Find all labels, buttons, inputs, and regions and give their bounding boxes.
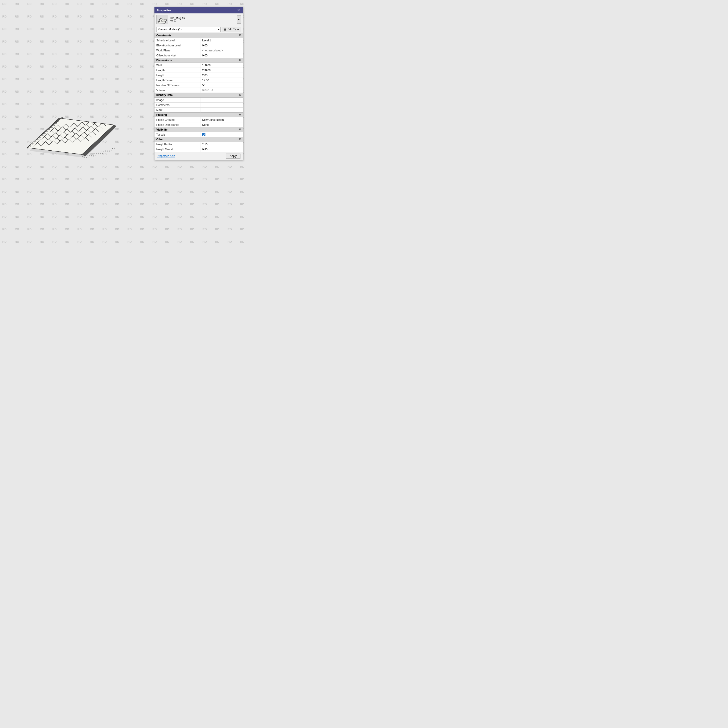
- table-row: Schedule LevelLevel 1: [154, 38, 243, 43]
- panel-footer: Properties help Apply: [154, 152, 243, 160]
- prop-label-offset-from-host: Offset from Host: [154, 53, 200, 58]
- tassels-checkbox[interactable]: [202, 133, 205, 136]
- panel-title: Properties: [157, 9, 171, 12]
- prop-value-work-plane: <not associated>: [200, 48, 239, 53]
- svg-line-34: [105, 150, 106, 153]
- table-row: Height Tassel0.80: [154, 147, 243, 152]
- prop-value-schedule-level[interactable]: Level 1: [200, 38, 239, 43]
- prop-row-button: [239, 83, 243, 88]
- canvas-area: [0, 0, 136, 248]
- prop-value-offset-from-host: 0.00: [200, 53, 239, 58]
- edit-type-icon: ⊞: [224, 28, 226, 31]
- table-row: Width150.00: [154, 63, 243, 68]
- prop-label-schedule-level: Schedule Level: [154, 38, 200, 43]
- properties-panel: Properties ✕ RD_Rug 15 White ▼: [154, 7, 243, 160]
- prop-row-button: [239, 108, 243, 113]
- table-row: Elevation from Level0.00: [154, 43, 243, 48]
- table-row: Length Tassel12.00: [154, 78, 243, 83]
- prop-row-button: [239, 88, 243, 93]
- prop-value-width: 150.00: [200, 63, 239, 68]
- type-sub: White: [170, 20, 185, 23]
- prop-row-button: [239, 98, 243, 102]
- section-header-other: Other⊞: [154, 137, 243, 142]
- prop-label-comments: Comments: [154, 102, 200, 108]
- prop-row-button: [239, 38, 243, 43]
- prop-row-button: [239, 73, 243, 78]
- prop-label-length-tassel: Length Tassel: [154, 78, 200, 83]
- svg-line-36: [109, 149, 110, 152]
- prop-row-button: [239, 102, 243, 108]
- prop-label-number-of-tassels: Number Of Tassels: [154, 83, 200, 88]
- apply-button[interactable]: Apply: [226, 154, 240, 159]
- svg-line-33: [102, 151, 104, 154]
- svg-line-29: [93, 153, 95, 156]
- prop-label-heigh-profile: Heigh Profile: [154, 142, 200, 147]
- table-row: Work Plane<not associated>: [154, 48, 243, 53]
- type-name: RD_Rug 15: [170, 17, 185, 20]
- prop-value-length: 230.00: [200, 68, 239, 73]
- prop-label-volume: Volume: [154, 88, 200, 93]
- properties-scroll-area[interactable]: Constraints⊞Schedule LevelLevel 1Elevati…: [154, 33, 243, 152]
- prop-row-button: [239, 147, 243, 152]
- prop-value-image: [200, 98, 239, 102]
- svg-line-27: [89, 154, 90, 158]
- prop-label-image: Image: [154, 98, 200, 102]
- prop-row-button: [239, 63, 243, 68]
- prop-label-phase-demolished: Phase Demolished: [154, 122, 200, 127]
- panel-header: RD_Rug 15 White ▼: [154, 14, 243, 26]
- table-row: Image: [154, 98, 243, 102]
- section-header-phasing: Phasing⊞: [154, 113, 243, 118]
- prop-row-button: [239, 132, 243, 137]
- edit-type-button[interactable]: ⊞ Edit Type: [222, 27, 241, 32]
- prop-value-elevation-from-level: 0.00: [200, 43, 239, 48]
- svg-line-32: [100, 151, 101, 155]
- properties-table: Constraints⊞Schedule LevelLevel 1Elevati…: [154, 33, 243, 152]
- prop-row-button: [239, 43, 243, 48]
- prop-value-volume: 0.070 m³: [200, 88, 239, 93]
- table-row: Length230.00: [154, 68, 243, 73]
- prop-label-work-plane: Work Plane: [154, 48, 200, 53]
- prop-row-button: [239, 142, 243, 147]
- prop-value-comments: [200, 102, 239, 108]
- section-header-identity: Identity Data⊞: [154, 93, 243, 98]
- category-row: Generic Models (1) ⊞ Edit Type: [154, 26, 243, 33]
- prop-value-length-tassel: 12.00: [200, 78, 239, 83]
- category-select[interactable]: Generic Models (1): [156, 27, 221, 32]
- prop-value-tassels[interactable]: [200, 132, 239, 137]
- type-info: RD_Rug 15 White: [170, 17, 185, 23]
- prop-row-button: [239, 78, 243, 83]
- svg-line-26: [86, 155, 87, 158]
- prop-value-phase-created: New Construction: [200, 118, 239, 122]
- prop-label-length: Length: [154, 68, 200, 73]
- svg-line-28: [91, 154, 92, 157]
- rug-illustration: [14, 87, 123, 160]
- type-thumbnail: [156, 15, 168, 24]
- table-row: Volume0.070 m³: [154, 88, 243, 93]
- type-dropdown-button[interactable]: ▼: [237, 15, 241, 24]
- prop-value-height: 2.00: [200, 73, 239, 78]
- prop-row-button: [239, 68, 243, 73]
- prop-label-mark: Mark: [154, 108, 200, 113]
- table-row: Heigh Profile2.10: [154, 142, 243, 147]
- prop-row-button: [239, 48, 243, 53]
- prop-value-heigh-profile: 2.10: [200, 142, 239, 147]
- prop-value-number-of-tassels: 50: [200, 83, 239, 88]
- table-row: Number Of Tassels50: [154, 83, 243, 88]
- prop-row-button: [239, 118, 243, 122]
- svg-line-30: [96, 153, 97, 156]
- table-row: Offset from Host0.00: [154, 53, 243, 58]
- panel-titlebar: Properties ✕: [154, 7, 243, 14]
- prop-value-height-tassel: 0.80: [200, 147, 239, 152]
- panel-close-button[interactable]: ✕: [237, 8, 240, 12]
- prop-row-button: [239, 122, 243, 127]
- prop-row-button: [239, 53, 243, 58]
- prop-label-width: Width: [154, 63, 200, 68]
- table-row: Height2.00: [154, 73, 243, 78]
- table-row: Comments: [154, 102, 243, 108]
- section-header-visibility: Visibility⊞: [154, 127, 243, 132]
- prop-label-height-tassel: Height Tassel: [154, 147, 200, 152]
- table-row: Tassels: [154, 132, 243, 137]
- properties-help-link[interactable]: Properties help: [157, 154, 175, 158]
- svg-line-38: [114, 147, 115, 150]
- prop-label-phase-created: Phase Created: [154, 118, 200, 122]
